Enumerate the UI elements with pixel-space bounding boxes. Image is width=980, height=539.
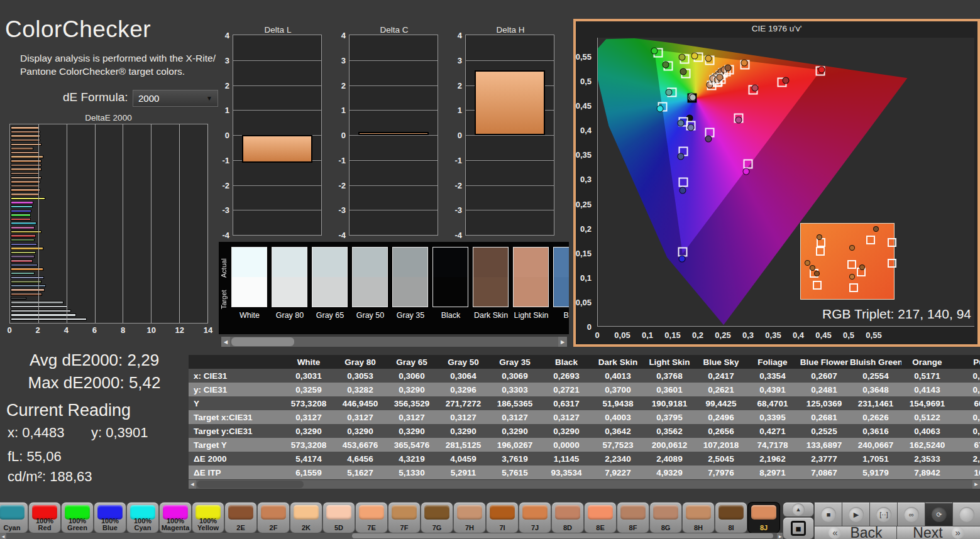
patch-button-100yellow[interactable]: 100%Yellow bbox=[192, 503, 224, 533]
gridline bbox=[233, 85, 321, 86]
back-button[interactable]: « Back bbox=[815, 526, 896, 539]
chart-title: Delta H bbox=[466, 25, 555, 35]
patch-button-8i[interactable]: 8I bbox=[715, 503, 747, 533]
table-cell: 5,4174 bbox=[283, 454, 334, 464]
patch-button-100cyan[interactable]: 100%Cyan bbox=[127, 503, 158, 533]
patch-button-5d[interactable]: 5D bbox=[323, 503, 355, 533]
patch-button-7h[interactable]: 7H bbox=[454, 503, 485, 533]
table-cell: 10 bbox=[953, 468, 980, 477]
table-cell: 7,7976 bbox=[695, 468, 747, 477]
delta-bar bbox=[358, 132, 429, 135]
table-cell: 0,3648 bbox=[850, 385, 901, 395]
deltae-x-axis: 02468101214 bbox=[9, 325, 208, 335]
deltae-bar bbox=[11, 197, 45, 200]
scroll-right-icon[interactable]: ▶ bbox=[972, 480, 980, 489]
row-label: x: CIE31 bbox=[189, 371, 283, 381]
patch-button-7f[interactable]: 7F bbox=[388, 503, 420, 533]
swatch-scrollbar[interactable]: ◀ ▶ bbox=[221, 337, 567, 347]
cie-measured-blue-sky bbox=[677, 120, 684, 127]
next-button[interactable]: Next » bbox=[897, 526, 980, 539]
column-header: Blue Flower bbox=[798, 357, 850, 367]
patch-window-button[interactable]: ■ bbox=[783, 518, 813, 539]
patch-button-100green[interactable]: 100%Green bbox=[62, 503, 93, 533]
swatch-label: Gray 50 bbox=[347, 311, 394, 320]
deltae-bar bbox=[11, 301, 63, 304]
table-cell: 0,2417 bbox=[695, 371, 747, 381]
measurement-table: WhiteGray 80Gray 65Gray 50Gray 35BlackDa… bbox=[189, 355, 980, 479]
axis-tick-label: 1 bbox=[341, 106, 346, 115]
axis-tick-label: 0,15 bbox=[576, 248, 592, 258]
patch-button-2e[interactable]: 2E bbox=[225, 503, 256, 533]
patch-button-100blue[interactable]: 100%Blue bbox=[94, 503, 126, 533]
patch-button-100red[interactable]: 100% Red bbox=[29, 503, 60, 533]
table-cell: 0,3127 bbox=[489, 413, 541, 422]
frame-button[interactable]: [··] bbox=[870, 503, 898, 526]
column-header: Gray 80 bbox=[334, 357, 386, 367]
swatch-scrollbar-thumb[interactable] bbox=[231, 337, 294, 346]
stop-button[interactable]: ■ bbox=[815, 503, 842, 526]
toolbar-scrollbar-thumb[interactable] bbox=[352, 533, 773, 538]
table-cell: 0,3290 bbox=[283, 427, 334, 436]
patch-button-8j[interactable]: 8J bbox=[748, 503, 779, 533]
patch-label: 8E bbox=[585, 525, 616, 531]
blank-button[interactable] bbox=[953, 503, 980, 526]
axis-tick-label: 3 bbox=[458, 55, 462, 65]
scroll-left-icon[interactable]: ◀ bbox=[0, 533, 6, 539]
gridline bbox=[67, 124, 67, 323]
table-cell: 4,9329 bbox=[644, 468, 695, 477]
table-scrollbar[interactable]: ◀ ▶ bbox=[189, 480, 980, 489]
cie-zoom-inset bbox=[800, 223, 895, 300]
patch-button-cyan[interactable]: Cyan bbox=[0, 503, 28, 533]
table-cell: 0,3303 bbox=[489, 385, 541, 395]
gridline bbox=[233, 185, 321, 186]
gridline bbox=[350, 185, 438, 186]
scroll-right-icon[interactable]: ▶ bbox=[777, 533, 783, 539]
table-cell: 67 bbox=[953, 440, 980, 450]
patch-button-7i[interactable]: 7I bbox=[487, 503, 518, 533]
avg-de2000: Avg dE2000: 2,29 bbox=[0, 351, 189, 370]
table-cell: 0,3296 bbox=[438, 385, 489, 395]
cie-measured-orange bbox=[741, 59, 748, 66]
axis-tick-label: -3 bbox=[454, 205, 462, 215]
patch-label: 7J bbox=[519, 525, 551, 531]
patch-button-8h[interactable]: 8H bbox=[683, 503, 714, 533]
scroll-left-icon[interactable]: ◀ bbox=[221, 337, 230, 347]
swatch-target bbox=[353, 277, 387, 307]
continuous-button[interactable]: ∞ bbox=[898, 503, 925, 526]
axis-tick-label: -1 bbox=[222, 155, 229, 165]
de-formula-dropdown[interactable]: 2000 ▼ bbox=[133, 90, 218, 107]
axis-tick-label: -3 bbox=[222, 205, 229, 215]
deltae-bar bbox=[11, 305, 67, 308]
play-button[interactable]: ▶ bbox=[842, 503, 870, 526]
scroll-right-icon[interactable]: ▶ bbox=[558, 337, 567, 347]
row-label: Target x:CIE31 bbox=[189, 413, 283, 422]
toolbar-scrollbar[interactable]: ◀ ▶ bbox=[0, 533, 783, 539]
deltae-bar bbox=[11, 293, 42, 296]
toolbar-expand-button[interactable]: ▲ bbox=[783, 503, 813, 516]
patch-button-8g[interactable]: 8G bbox=[650, 503, 681, 533]
axis-tick-label: -2 bbox=[454, 180, 462, 190]
patch-label: 2F bbox=[258, 525, 289, 531]
patch-button-8d[interactable]: 8D bbox=[552, 503, 583, 533]
patch-button-2k[interactable]: 2K bbox=[290, 503, 322, 533]
patch-button-7e[interactable]: 7E bbox=[356, 503, 387, 533]
axis-tick-label: 0,55 bbox=[576, 52, 592, 61]
patch-button-7j[interactable]: 7J bbox=[519, 503, 551, 533]
table-cell: 0,3127 bbox=[541, 413, 592, 422]
patch-button-100magenta[interactable]: 100%Magenta bbox=[160, 503, 191, 533]
table-cell: 0,4003 bbox=[592, 413, 644, 422]
patch-button-2f[interactable]: 2F bbox=[258, 503, 289, 533]
patch-button-8f[interactable]: 8F bbox=[617, 503, 649, 533]
table-cell: 1,1145 bbox=[541, 454, 592, 464]
scroll-left-icon[interactable]: ◀ bbox=[189, 480, 196, 489]
column-header: Dark Skin bbox=[592, 357, 644, 367]
table-scrollbar-thumb[interactable] bbox=[197, 481, 304, 488]
patch-label: 8F bbox=[617, 525, 649, 531]
table-cell: 0,3395 bbox=[747, 413, 798, 422]
patch-button-8e[interactable]: 8E bbox=[585, 503, 616, 533]
deltae-bar bbox=[11, 259, 33, 263]
table-cell: 2,3777 bbox=[798, 454, 850, 464]
patch-button-7g[interactable]: 7G bbox=[421, 503, 453, 533]
refresh-button[interactable]: ⟳ bbox=[925, 503, 953, 526]
axis-tick-label: 6 bbox=[92, 325, 97, 335]
